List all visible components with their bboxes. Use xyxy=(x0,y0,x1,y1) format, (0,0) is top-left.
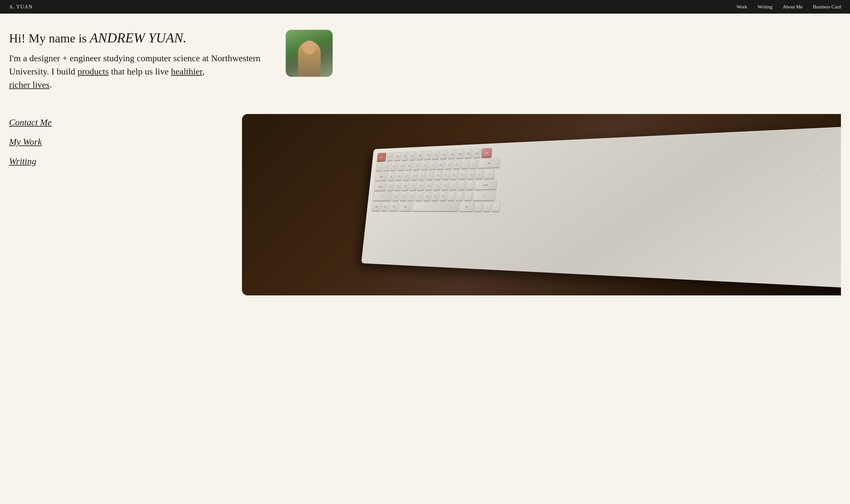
bio-text-2: that help us live xyxy=(109,67,171,76)
key-right: → xyxy=(492,202,500,212)
key-8: 8 xyxy=(437,160,445,169)
nav-link-work[interactable]: Work xyxy=(736,4,747,10)
greeting-prefix: Hi! My name is xyxy=(9,32,90,45)
key-caps: Caps xyxy=(374,182,386,191)
key-ctrl: Ctrl xyxy=(372,202,381,211)
left-content: Hi! My name is ANDREW YUAN. I'm a design… xyxy=(9,30,342,179)
key-3: 3 xyxy=(398,162,405,170)
key-del: Del xyxy=(481,148,492,158)
avatar-container xyxy=(286,30,333,77)
keyboard-body: Esc F1 F2 F3 F4 F5 F6 F7 F8 F9 F10 F11 xyxy=(361,124,841,291)
key-j: J xyxy=(433,181,441,190)
key-lshift: ⇧ xyxy=(373,192,392,201)
key-e: E xyxy=(403,172,410,180)
key-enter: Enter xyxy=(474,180,497,190)
key-f3: F3 xyxy=(401,151,409,160)
key-f5: F5 xyxy=(416,151,424,160)
key-b: B xyxy=(423,192,431,201)
page-wrapper: Hi! My name is ANDREW YUAN. I'm a design… xyxy=(9,30,841,302)
key-lalt: Alt xyxy=(399,202,412,211)
key-t: T xyxy=(418,171,426,180)
key-d: D xyxy=(402,182,409,191)
key-backspace: ⌫ xyxy=(478,158,501,168)
key-q: Q xyxy=(387,172,395,181)
key-f1: F1 xyxy=(386,152,394,161)
key-esc: Esc xyxy=(377,152,386,161)
nav-link-writing[interactable]: Writing xyxy=(757,4,772,10)
key-f8: F8 xyxy=(440,150,448,159)
key-n: N xyxy=(431,192,439,200)
main-content: Hi! My name is ANDREW YUAN. I'm a design… xyxy=(0,14,850,302)
key-7: 7 xyxy=(429,161,436,170)
key-space xyxy=(412,202,459,212)
keys-grid: Esc F1 F2 F3 F4 F5 F6 F7 F8 F9 F10 F11 xyxy=(361,124,841,291)
bio-link-richer[interactable]: richer lives xyxy=(9,80,50,90)
key-f7: F7 xyxy=(432,150,440,159)
key-quote: ' xyxy=(466,180,474,190)
key-down: ↓ xyxy=(483,202,491,212)
intro-text: Hi! My name is ANDREW YUAN. I'm a design… xyxy=(9,30,262,91)
nav-links: Work Writing About Me Business Card xyxy=(736,4,841,10)
key-g: G xyxy=(417,181,425,191)
key-win: ⊞ xyxy=(389,202,399,211)
key-c: C xyxy=(408,192,415,201)
key-9: 9 xyxy=(445,160,453,169)
key-m: M xyxy=(439,192,447,200)
navbar: A. YUAN Work Writing About Me Business C… xyxy=(0,0,850,14)
nav-link-card[interactable]: Business Card xyxy=(813,4,841,10)
greeting: Hi! My name is ANDREW YUAN. xyxy=(9,30,262,46)
contact-me-link[interactable]: Contact Me xyxy=(9,117,52,128)
key-ralt: Alt xyxy=(459,202,474,212)
key-x: X xyxy=(400,192,407,201)
key-p: P xyxy=(458,170,467,179)
bio: I'm a designer + engineer studying compu… xyxy=(9,52,262,91)
key-backslash: \ xyxy=(484,169,495,179)
key-slash: / xyxy=(464,191,472,200)
my-work-link[interactable]: My Work xyxy=(9,137,42,147)
links-section: Contact Me My Work Writing xyxy=(9,117,342,179)
key-rshift: ⇧ xyxy=(473,191,495,201)
key-f11: F11 xyxy=(465,149,472,158)
key-s: S xyxy=(394,182,401,191)
bio-text-3: , xyxy=(202,67,205,76)
key-z: Z xyxy=(392,192,399,201)
key-4: 4 xyxy=(405,161,413,170)
key-f12: F12 xyxy=(473,149,481,158)
key-6: 6 xyxy=(421,161,428,170)
writing-link[interactable]: Writing xyxy=(9,156,36,166)
key-i: I xyxy=(442,170,450,179)
key-y: Y xyxy=(426,171,434,180)
key-f2: F2 xyxy=(394,152,401,161)
key-1: 1 xyxy=(383,162,390,171)
key-f10: F10 xyxy=(456,149,464,158)
key-f6: F6 xyxy=(424,150,432,160)
key-f4: F4 xyxy=(409,151,416,160)
key-r: R xyxy=(410,172,418,180)
key-0: 0 xyxy=(453,160,460,169)
bio-link-products[interactable]: products xyxy=(77,67,109,76)
key-a: A xyxy=(386,182,394,191)
nav-link-about[interactable]: About Me xyxy=(783,4,803,10)
greeting-name: ANDREW YUAN. xyxy=(90,31,186,46)
key-period: . xyxy=(456,192,464,201)
key-2: 2 xyxy=(390,162,398,171)
key-w: W xyxy=(395,172,402,180)
key-tab: Tab xyxy=(375,172,388,181)
bio-link-healthier[interactable]: healthier xyxy=(171,67,202,76)
key-o: O xyxy=(450,170,458,179)
bio-text-4: . xyxy=(50,80,52,90)
nav-logo[interactable]: A. YUAN xyxy=(9,4,32,10)
key-rbracket: ] xyxy=(475,169,483,179)
key-u: U xyxy=(434,171,441,180)
key-5: 5 xyxy=(413,161,420,170)
key-f9: F9 xyxy=(448,150,456,159)
key-v: V xyxy=(415,192,423,201)
key-tilde: ~ xyxy=(376,163,383,172)
key-equal: = xyxy=(469,159,477,168)
key-comma: , xyxy=(447,192,455,201)
key-k: K xyxy=(441,181,449,190)
key-h: H xyxy=(425,181,433,190)
key-fn: Fn xyxy=(381,202,389,211)
key-lbracket: [ xyxy=(467,170,475,179)
key-left: ← xyxy=(474,202,482,212)
